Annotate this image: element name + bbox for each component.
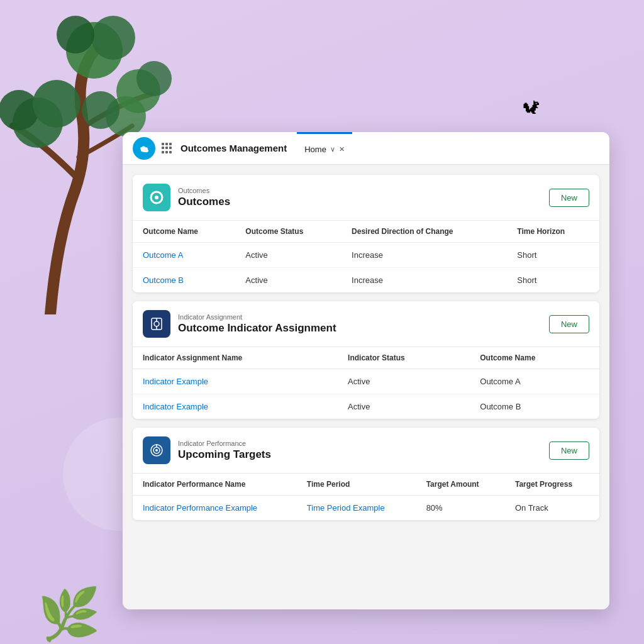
table-row: Outcome B Active Increase Short (133, 268, 599, 293)
svg-point-9 (82, 91, 119, 129)
app-header: Outcomes Management Home ∨ ✕ (123, 132, 609, 165)
upcoming-targets-section: Indicator Performance Upcoming Targets N… (133, 428, 599, 520)
indicator-2-outcome: Outcome B (470, 394, 599, 419)
plant-decoration: 🌿 (38, 585, 101, 644)
indicator-2-status: Active (338, 394, 470, 419)
col-indicator-status: Indicator Status (338, 347, 470, 369)
outcome-a-direction: Increase (341, 243, 507, 268)
outcome-b-direction: Increase (341, 268, 507, 293)
home-tab-label: Home (304, 145, 326, 154)
svg-point-0 (13, 97, 63, 148)
upcoming-targets-table: Indicator Performance Name Time Period T… (133, 474, 599, 520)
svg-point-7 (57, 16, 94, 53)
outer-background: 🐿 🌿 Outcomes Management Home (0, 0, 644, 644)
svg-point-3 (66, 22, 123, 79)
salesforce-logo (133, 137, 155, 160)
time-period-example-link[interactable]: Time Period Example (307, 503, 385, 513)
outcome-a-status: Active (235, 243, 341, 268)
outcome-b-link[interactable]: Outcome B (143, 275, 184, 285)
app-title: Outcomes Management (180, 143, 287, 153)
app-window: Outcomes Management Home ∨ ✕ (123, 132, 609, 609)
indicator-performance-example-link[interactable]: Indicator Performance Example (143, 503, 257, 513)
tab-close-icon[interactable]: ✕ (339, 145, 345, 153)
outcome-a-link[interactable]: Outcome A (143, 250, 183, 260)
outcomes-section: Outcomes Outcomes New Outcome Name Outco… (133, 175, 599, 292)
svg-point-8 (106, 96, 146, 136)
outcomes-title: Outcomes (178, 196, 541, 208)
outcome-b-status: Active (235, 268, 341, 293)
outcomes-icon (143, 184, 170, 211)
upcoming-targets-title-group: Indicator Performance Upcoming Targets (178, 440, 541, 461)
svg-point-2 (33, 80, 80, 128)
home-tab[interactable]: Home ∨ ✕ (297, 132, 352, 164)
indicator-assignment-new-button[interactable]: New (549, 315, 589, 333)
indicator-assignment-section: Indicator Assignment Outcome Indicator A… (133, 301, 599, 419)
upcoming-targets-subtitle: Indicator Performance (178, 440, 541, 447)
indicator-example-1-link[interactable]: Indicator Example (143, 377, 208, 386)
indicator-assignment-table: Indicator Assignment Name Indicator Stat… (133, 347, 599, 419)
svg-point-5 (116, 69, 160, 113)
col-target-progress: Target Progress (505, 474, 599, 496)
outcomes-new-button[interactable]: New (549, 189, 589, 207)
svg-point-6 (136, 61, 172, 96)
outcomes-title-group: Outcomes Outcomes (178, 187, 541, 208)
table-row: Outcome A Active Increase Short (133, 243, 599, 268)
outcomes-table: Outcome Name Outcome Status Desired Dire… (133, 221, 599, 292)
app-content: Outcomes Outcomes New Outcome Name Outco… (123, 165, 609, 609)
indicator-1-outcome: Outcome A (470, 369, 599, 394)
upcoming-targets-header: Indicator Performance Upcoming Targets N… (133, 428, 599, 474)
tab-bar: Home ∨ ✕ (297, 132, 352, 164)
col-desired-direction: Desired Direction of Change (341, 221, 507, 243)
outcomes-subtitle: Outcomes (178, 187, 541, 194)
col-outcome-name: Outcome Name (133, 221, 235, 243)
tab-chevron-icon[interactable]: ∨ (330, 145, 335, 153)
col-time-horizon: Time Horizon (507, 221, 599, 243)
svg-point-13 (154, 321, 159, 326)
col-outcome-name-2: Outcome Name (470, 347, 599, 369)
indicator-assignment-icon (143, 310, 170, 338)
indicator-assignment-header: Indicator Assignment Outcome Indicator A… (133, 301, 599, 347)
svg-point-1 (0, 90, 39, 130)
upcoming-targets-new-button[interactable]: New (549, 441, 589, 460)
indicator-example-2-link[interactable]: Indicator Example (143, 402, 208, 411)
target-progress: On Track (505, 496, 599, 521)
outcomes-header: Outcomes Outcomes New (133, 175, 599, 221)
squirrel-decoration: 🐿 (523, 97, 540, 118)
col-indicator-performance-name: Indicator Performance Name (133, 474, 297, 496)
svg-point-11 (155, 196, 158, 199)
col-target-amount: Target Amount (416, 474, 505, 496)
outcome-b-horizon: Short (507, 268, 599, 293)
svg-point-4 (91, 16, 135, 60)
indicator-assignment-subtitle: Indicator Assignment (178, 313, 541, 321)
indicator-assignment-title-group: Indicator Assignment Outcome Indicator A… (178, 313, 541, 335)
upcoming-targets-header-row: Indicator Performance Name Time Period T… (133, 474, 599, 496)
target-amount: 80% (416, 496, 505, 521)
table-row: Indicator Example Active Outcome A (133, 369, 599, 394)
outcome-a-horizon: Short (507, 243, 599, 268)
indicator-1-status: Active (338, 369, 470, 394)
indicator-assignment-title: Outcome Indicator Assignment (178, 322, 541, 335)
col-outcome-status: Outcome Status (235, 221, 341, 243)
table-row: Indicator Example Active Outcome B (133, 394, 599, 419)
svg-point-16 (155, 449, 158, 452)
upcoming-targets-title: Upcoming Targets (178, 448, 541, 461)
outcomes-header-row: Outcome Name Outcome Status Desired Dire… (133, 221, 599, 243)
grid-icon[interactable] (162, 143, 173, 154)
indicator-assignment-header-row: Indicator Assignment Name Indicator Stat… (133, 347, 599, 369)
upcoming-targets-icon (143, 436, 170, 464)
col-indicator-assignment-name: Indicator Assignment Name (133, 347, 338, 369)
table-row: Indicator Performance Example Time Perio… (133, 496, 599, 521)
col-time-period: Time Period (297, 474, 416, 496)
